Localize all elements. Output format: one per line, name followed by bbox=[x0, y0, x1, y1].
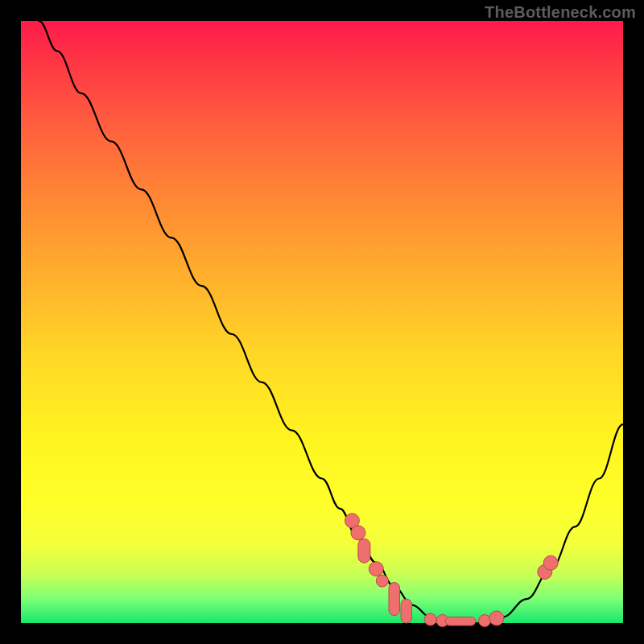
valley-dot-4 bbox=[489, 611, 504, 625]
vertical-pill-2 bbox=[401, 599, 412, 623]
bottleneck-curve bbox=[39, 21, 623, 623]
cluster-left-pill bbox=[358, 539, 370, 563]
watermark-text: TheBottleneck.com bbox=[485, 3, 636, 22]
chart-overlay bbox=[21, 21, 623, 623]
cluster-left-lower bbox=[369, 562, 383, 576]
cluster-left-upper2 bbox=[351, 526, 365, 540]
data-markers bbox=[345, 514, 558, 627]
cluster-left-lower2 bbox=[376, 575, 388, 587]
vertical-pill-1 bbox=[389, 583, 400, 616]
right-dot-2 bbox=[543, 555, 558, 570]
valley-pill bbox=[445, 617, 475, 626]
valley-dot-1 bbox=[424, 613, 436, 625]
valley-dot-3 bbox=[479, 615, 491, 627]
